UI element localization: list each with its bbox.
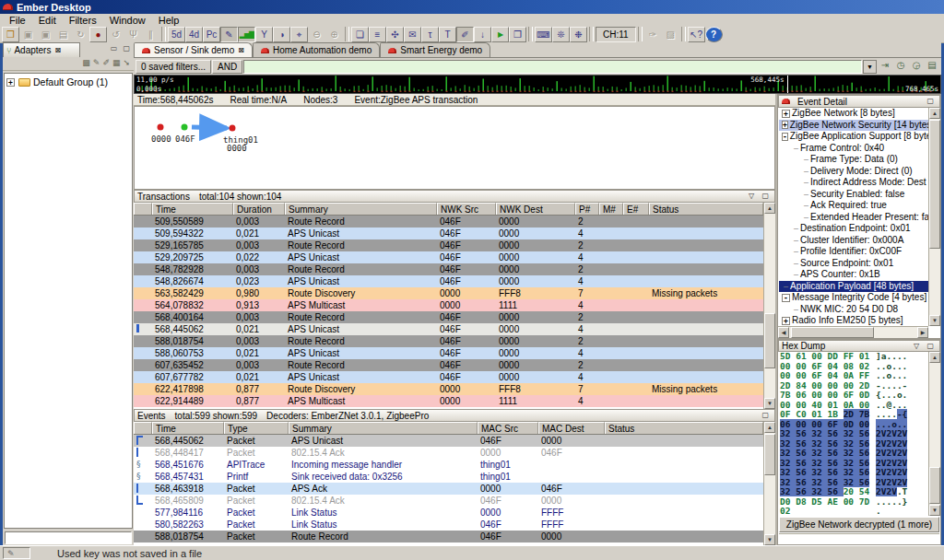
tau-button[interactable]: τ <box>421 27 439 42</box>
column-header-M#[interactable]: M# <box>599 203 623 215</box>
adapters-tree-item-default-group[interactable]: + Default Group (1) <box>6 76 130 88</box>
column-header-Time[interactable]: Time <box>152 422 224 434</box>
scroll-thumb[interactable] <box>764 434 775 475</box>
expand-icon[interactable]: + <box>782 110 790 118</box>
detail-tree-item[interactable]: –APS Counter: 0x1B <box>779 269 928 281</box>
adapters-filter-input[interactable] <box>5 531 132 544</box>
collapse-icon[interactable]: - <box>782 133 788 141</box>
adapters-tool-icon-2[interactable]: ✎ <box>93 58 100 69</box>
filter-dropdown-button[interactable]: ▼ <box>863 60 877 74</box>
view-pc-button[interactable]: Pc <box>203 27 220 42</box>
detail-tree-item[interactable]: +ZigBee Network Security [14 bytes] <box>779 120 928 132</box>
filter-note-icon[interactable]: ▤ <box>925 60 939 74</box>
hex-dump-rows[interactable]: 5D 61 00 DD FF 01]a....00 00 6F 04 08 02… <box>780 352 928 516</box>
scroll-up-icon[interactable]: ▲ <box>929 352 940 363</box>
event-detail-panel-buttons[interactable]: ▢ <box>926 97 937 105</box>
new-note-button[interactable]: ❏ <box>351 27 369 42</box>
filter-operator-button[interactable]: AND <box>212 60 242 74</box>
scroll-up-icon[interactable]: ▲ <box>929 108 940 119</box>
transaction-row[interactable]: 509,5943220,021APS Unicast046F00004 <box>134 228 763 239</box>
column-header-Summary[interactable]: Summary <box>289 422 478 434</box>
expand-icon[interactable]: + <box>782 121 788 129</box>
menu-item-file[interactable]: File <box>4 15 31 26</box>
detail-tree-item[interactable]: –Delivery Mode: Direct (0) <box>779 166 928 178</box>
hex-row[interactable]: 02. <box>780 507 928 516</box>
keyboard-button[interactable]: ⌨ <box>535 27 552 42</box>
detail-tree-item[interactable]: –Indirect Address Mode: Dest End <box>779 177 928 189</box>
detail-vscrollbar[interactable]: ▲ ▼ <box>928 108 940 326</box>
scroll-right-icon[interactable]: ▶ <box>917 327 928 338</box>
select-tool-button[interactable]: ⌖ <box>290 27 308 42</box>
hex-row[interactable]: 32 56 32 56 32 562V2V2V <box>780 429 928 439</box>
transactions-panel-buttons[interactable]: ▽ ▢ <box>749 192 772 200</box>
transaction-row[interactable]: 548,7829280,003Route Record046F00002 <box>134 263 763 275</box>
event-row[interactable]: 580,582263PacketLink Status046FFFFF <box>134 519 763 531</box>
event-row[interactable]: 577,984116PacketLink Status0000FFFF <box>134 507 763 519</box>
scroll-up-icon[interactable]: ▲ <box>764 422 775 433</box>
detail-tree-item[interactable]: –Application Payload [48 bytes] <box>779 281 928 293</box>
event-row[interactable]: §568,451676APITraceIncoming message hand… <box>134 459 763 471</box>
scroll-down-icon[interactable]: ▼ <box>764 398 775 409</box>
filter-timer-icon[interactable]: ◶ <box>909 60 924 74</box>
detail-tree-item[interactable]: –NWK MIC: 20 54 D0 D8 <box>779 304 928 316</box>
menu-item-window[interactable]: Window <box>104 15 151 26</box>
transaction-row[interactable]: 548,8266740,023APS Unicast046F00004 <box>134 275 763 287</box>
transactions-vscrollbar[interactable]: ▲ ▼ <box>763 203 775 409</box>
column-header-Status[interactable]: Status <box>605 422 763 434</box>
column-header-NWK Dest[interactable]: NWK Dest <box>496 203 575 215</box>
transaction-row[interactable]: 568,4001640,003Route Record046F00002 <box>134 311 763 323</box>
adapters-tool-icon-5[interactable]: ➘ <box>123 58 130 69</box>
tab-home-automation-demo[interactable]: Home Automation demo <box>253 42 380 57</box>
help-button[interactable]: ? <box>705 27 723 42</box>
timeline-strip[interactable]: 11,00 p/s 0,000s 768,465s 568,445s <box>134 75 941 94</box>
column-header-Duration[interactable]: Duration <box>233 203 285 215</box>
network-diagram[interactable]: 0000046Fthing010000 <box>134 106 775 190</box>
tab-close-icon[interactable]: ⊠ <box>238 46 244 54</box>
event-row[interactable]: 568,465809Packet802.15.4 Ack046F0000 <box>134 495 763 507</box>
tab-smart-energy-demo[interactable]: Smart Energy demo <box>380 42 490 57</box>
hex-row[interactable]: 32 56 32 56 32 562V2V2V <box>780 449 928 459</box>
column-header-MAC Dest[interactable]: MAC Dest <box>538 422 605 434</box>
detail-tree-item[interactable]: -Message Integrity Code [4 bytes] <box>779 292 928 304</box>
event-row[interactable]: 568,463918PacketAPS Ack0000046F <box>134 483 763 495</box>
menu-item-filters[interactable]: Filters <box>64 15 102 26</box>
hex-row[interactable]: 0F C0 01 1B 2D 7B....-{ <box>780 410 928 420</box>
event-row[interactable]: §568,457431PrintfSink received data: 0x3… <box>134 471 763 483</box>
column-header-Time[interactable]: Time <box>152 203 233 215</box>
scroll-down-icon[interactable]: ▼ <box>929 315 940 326</box>
hex-row[interactable]: D0 D8 D5 AE 00 7D.....} <box>780 497 928 508</box>
column-header-icon[interactable] <box>134 422 152 434</box>
transaction-row[interactable]: 563,5824290,980Route Discovery0000FFF87M… <box>134 287 763 299</box>
detail-tree-item[interactable]: –Profile Identifier: 0xC00F <box>779 246 928 258</box>
text-tool-button[interactable]: T <box>439 27 456 42</box>
events-vscrollbar[interactable]: ▲ ▼ <box>763 422 775 545</box>
expander-icon[interactable]: + <box>6 78 15 87</box>
transaction-row[interactable]: 568,4450620,021APS Unicast046F00004 <box>134 323 763 335</box>
filter-apply-icon[interactable]: ⇥ <box>878 60 892 74</box>
column-header-Type[interactable]: Type <box>224 422 289 434</box>
event-row[interactable]: 568,448417Packet802.15.4 Ack0000046F <box>134 447 763 459</box>
adapters-tool-icon-1[interactable]: ▩ <box>82 58 90 69</box>
detail-tree-item[interactable]: –Cluster Identifier: 0x000A <box>779 235 928 247</box>
scroll-down-icon[interactable]: ▼ <box>764 534 775 545</box>
detail-tree-item[interactable]: –Source Endpoint: 0x01 <box>779 258 928 270</box>
transaction-row[interactable]: 588,0607530,021APS Unicast046F00004 <box>134 347 763 359</box>
detail-tree-item[interactable]: –Extended Header Present: false <box>779 212 928 224</box>
menu-item-help[interactable]: Help <box>153 15 185 26</box>
topology-view-button[interactable]: Y <box>255 27 273 42</box>
transaction-row[interactable]: 588,0187540,003Route Record046F00002 <box>134 335 763 347</box>
hex-vscrollbar[interactable]: ▲ ▼ <box>928 352 940 516</box>
detail-tree-item[interactable]: +ZigBee Network [8 bytes] <box>779 108 928 120</box>
filter-input[interactable] <box>243 60 862 74</box>
scroll-left-icon[interactable]: ◀ <box>778 327 789 338</box>
chart-view-button[interactable]: ▂▅▇ <box>238 27 255 42</box>
transaction-row[interactable]: 564,0788320,913APS Multicast000011114 <box>134 299 763 311</box>
adapters-minmax-buttons[interactable]: ▭ ▢ <box>111 44 132 52</box>
settings-button[interactable]: ✣ <box>386 27 404 42</box>
transaction-row[interactable]: 607,6777820,021APS Unicast046F00004 <box>134 371 763 383</box>
column-header-icon[interactable] <box>134 203 152 215</box>
adapters-close-icon[interactable]: ⊠ <box>54 46 61 54</box>
play-button[interactable]: ▶ <box>491 27 509 42</box>
adapters-tab[interactable]: ⑂ Adapters ⊠ <box>3 42 80 57</box>
effect-1-button[interactable]: ❊ <box>552 27 570 42</box>
